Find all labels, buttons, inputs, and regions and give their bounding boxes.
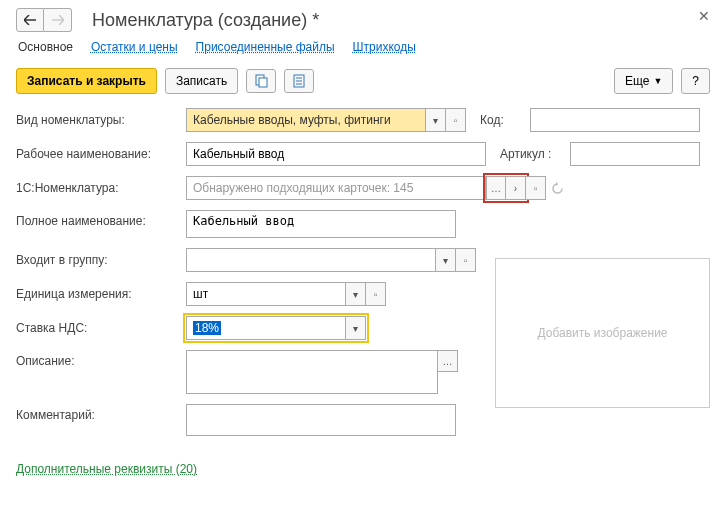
tab-barcodes[interactable]: Штрихкоды: [353, 40, 416, 54]
save-button[interactable]: Записать: [165, 68, 238, 94]
nav-back-button[interactable]: [16, 8, 44, 32]
arrow-right-icon: [52, 15, 64, 25]
group-open-button[interactable]: ▫: [456, 248, 476, 272]
onec-open-button[interactable]: ▫: [526, 176, 546, 200]
open-icon: ▫: [374, 289, 378, 300]
clipboard-icon: [254, 74, 268, 88]
nav-forward-button[interactable]: [44, 8, 72, 32]
more-label: Еще: [625, 74, 649, 88]
image-placeholder[interactable]: Добавить изображение: [495, 258, 710, 408]
save-close-button[interactable]: Записать и закрыть: [16, 68, 157, 94]
vat-value: 18%: [193, 321, 221, 335]
page-title: Номенклатура (создание) *: [92, 10, 319, 31]
tab-main[interactable]: Основное: [18, 40, 73, 54]
close-button[interactable]: ✕: [698, 8, 710, 24]
more-button[interactable]: Еще ▼: [614, 68, 673, 94]
arrow-left-icon: [24, 15, 36, 25]
help-button[interactable]: ?: [681, 68, 710, 94]
group-input[interactable]: [186, 248, 436, 272]
unit-open-button[interactable]: ▫: [366, 282, 386, 306]
dots-icon: …: [443, 356, 453, 367]
tabs-bar: Основное Остатки и цены Присоединенные ф…: [16, 40, 710, 54]
label-full-name: Полное наименование:: [16, 210, 186, 228]
label-article: Артикул :: [500, 147, 570, 161]
clipboard-button[interactable]: [246, 69, 276, 93]
chevron-down-icon: ▾: [443, 255, 448, 266]
chevron-down-icon: ▾: [353, 289, 358, 300]
dots-icon: …: [491, 183, 501, 194]
vat-dropdown-button[interactable]: ▾: [346, 316, 366, 340]
label-code: Код:: [480, 113, 530, 127]
comment-input[interactable]: [186, 404, 456, 436]
working-name-input[interactable]: [186, 142, 486, 166]
chevron-down-icon: ▼: [653, 76, 662, 86]
label-type: Вид номенклатуры:: [16, 113, 186, 127]
list-icon: [292, 74, 306, 88]
chevron-down-icon: ▾: [353, 323, 358, 334]
label-comment: Комментарий:: [16, 404, 186, 422]
full-name-input[interactable]: Кабельный ввод: [186, 210, 456, 238]
label-vat: Ставка НДС:: [16, 321, 186, 335]
svg-rect-1: [259, 78, 267, 87]
description-select-button[interactable]: …: [438, 350, 458, 372]
label-working-name: Рабочее наименование:: [16, 147, 186, 161]
onec-next-button[interactable]: ›: [506, 176, 526, 200]
unit-input[interactable]: [186, 282, 346, 306]
article-input[interactable]: [570, 142, 700, 166]
chevron-right-icon: ›: [514, 183, 517, 194]
group-dropdown-button[interactable]: ▾: [436, 248, 456, 272]
additional-props-link[interactable]: Дополнительные реквизиты (20): [16, 462, 197, 476]
onec-select-button[interactable]: …: [486, 176, 506, 200]
label-description: Описание:: [16, 350, 186, 368]
type-dropdown-button[interactable]: ▾: [426, 108, 446, 132]
refresh-icon: [551, 182, 564, 195]
label-unit: Единица измерения:: [16, 287, 186, 301]
chevron-down-icon: ▾: [433, 115, 438, 126]
list-button[interactable]: [284, 69, 314, 93]
tab-balances[interactable]: Остатки и цены: [91, 40, 178, 54]
description-input[interactable]: [186, 350, 438, 394]
open-icon: ▫: [534, 183, 538, 194]
open-icon: ▫: [464, 255, 468, 266]
vat-input[interactable]: 18%: [186, 316, 346, 340]
unit-dropdown-button[interactable]: ▾: [346, 282, 366, 306]
type-open-button[interactable]: ▫: [446, 108, 466, 132]
code-input[interactable]: [530, 108, 700, 132]
image-placeholder-text: Добавить изображение: [537, 326, 667, 340]
onec-input[interactable]: Обнаружено подходящих карточек: 145: [186, 176, 486, 200]
type-input[interactable]: Кабельные вводы, муфты, фитинги: [186, 108, 426, 132]
open-icon: ▫: [454, 115, 458, 126]
onec-refresh-button[interactable]: [546, 176, 568, 200]
label-group: Входит в группу:: [16, 253, 186, 267]
tab-files[interactable]: Присоединенные файлы: [196, 40, 335, 54]
label-onec: 1С:Номенклатура:: [16, 181, 186, 195]
